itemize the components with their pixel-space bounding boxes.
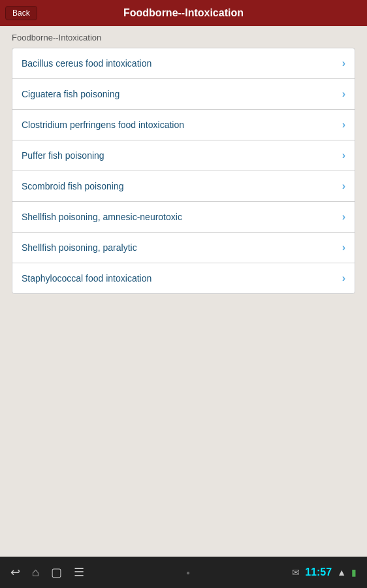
list-item[interactable]: Staphylococcal food intoxication› (12, 263, 355, 293)
chevron-right-icon: › (342, 150, 345, 161)
list-item[interactable]: Shellfish poisoning, amnesic-neurotoxic› (12, 202, 355, 233)
nav-recents-icon[interactable]: ▢ (51, 565, 62, 580)
list-item[interactable]: Scombroid fish poisoning› (12, 171, 355, 202)
bottom-left-icons: ↩ ⌂ ▢ ☰ (10, 565, 84, 580)
bottom-bar: ↩ ⌂ ▢ ☰ ● ✉ 11:57 ▲ ▮ (0, 557, 367, 588)
list-item-label: Scombroid fish poisoning (22, 181, 123, 191)
list-card: Bacillus cereus food intoxication›Ciguat… (12, 48, 355, 294)
chevron-right-icon: › (342, 119, 345, 131)
list-item-label: Puffer fish poisoning (22, 150, 104, 161)
list-item-label: Shellfish poisoning, amnesic-neurotoxic (22, 212, 182, 222)
chevron-right-icon: › (342, 88, 345, 100)
mail-icon: ✉ (292, 567, 300, 578)
clock: 11:57 (305, 566, 332, 578)
nav-menu-icon[interactable]: ☰ (74, 565, 84, 580)
list-item-label: Staphylococcal food intoxication (22, 273, 152, 284)
top-bar: Back Foodborne--Intoxication (0, 0, 367, 26)
chevron-right-icon: › (342, 211, 345, 223)
page-title: Foodborne--Intoxication (123, 7, 244, 19)
wifi-icon: ▲ (337, 567, 346, 578)
back-button[interactable]: Back (5, 6, 37, 20)
list-item[interactable]: Puffer fish poisoning› (12, 140, 355, 171)
nav-home-icon[interactable]: ⌂ (32, 566, 39, 580)
chevron-right-icon: › (342, 272, 345, 284)
list-item-label: Ciguatera fish poisoning (22, 89, 120, 99)
chevron-right-icon: › (342, 180, 345, 192)
breadcrumb: Foodborne--Intoxication (12, 33, 355, 42)
status-area: ✉ 11:57 ▲ ▮ (292, 566, 357, 578)
chevron-right-icon: › (342, 242, 345, 253)
list-item-label: Clostridium perfringens food intoxicatio… (22, 120, 184, 130)
nav-dot: ● (186, 569, 190, 576)
list-item[interactable]: Bacillus cereus food intoxication› (12, 48, 355, 79)
nav-back-icon[interactable]: ↩ (10, 565, 20, 580)
battery-icon: ▮ (351, 567, 357, 578)
content-area: Foodborne--Intoxication Bacillus cereus … (0, 26, 367, 301)
chevron-right-icon: › (342, 57, 345, 69)
list-item-label: Bacillus cereus food intoxication (22, 58, 152, 69)
list-item-label: Shellfish poisoning, paralytic (22, 242, 137, 253)
list-item[interactable]: Ciguatera fish poisoning› (12, 79, 355, 110)
list-item[interactable]: Clostridium perfringens food intoxicatio… (12, 110, 355, 140)
list-item[interactable]: Shellfish poisoning, paralytic› (12, 233, 355, 263)
